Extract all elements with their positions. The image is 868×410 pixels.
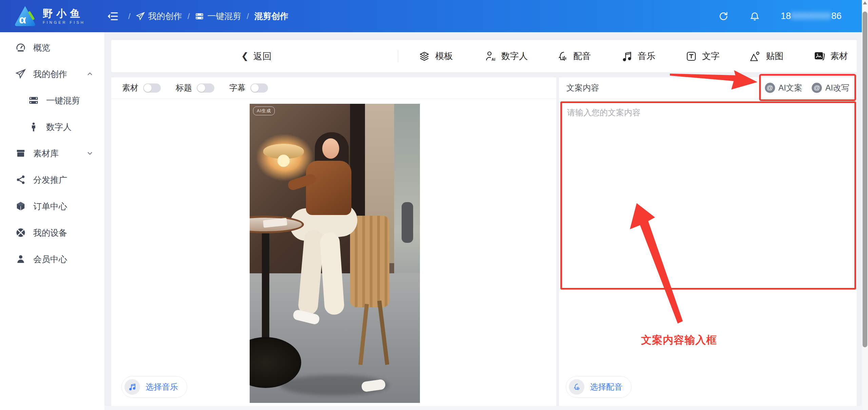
preview-panel: 素材 标题 字幕 [111, 77, 556, 406]
bottom-edge [104, 406, 862, 410]
tool-dubbing[interactable]: 配音 [556, 40, 591, 72]
menu-fold-icon[interactable] [108, 11, 119, 22]
video-preview: AI生成 [250, 104, 420, 403]
device-icon [16, 228, 26, 238]
vertical-scrollbar[interactable] [862, 0, 868, 410]
sidebar-item-my-devices[interactable]: 我的设备 [0, 219, 104, 246]
gauge-icon [16, 42, 26, 53]
tool-material[interactable]: 素材 [813, 40, 848, 72]
breadcrumb-separator: / [247, 12, 249, 21]
annotation-label: 文案内容输入框 [641, 333, 717, 347]
breadcrumb-my-creations[interactable]: 我的创作 [136, 11, 182, 22]
divider [271, 50, 272, 62]
select-music-button[interactable]: 选择音乐 [121, 376, 187, 398]
sidebar-item-member-center[interactable]: 会员中心 [0, 246, 104, 272]
film-icon [195, 12, 204, 21]
chevron-up-icon [87, 71, 93, 77]
preview-art [402, 202, 413, 243]
sidebar-item-overview[interactable]: 概览 [0, 34, 104, 61]
notification-bell-icon[interactable] [750, 11, 760, 21]
app-header: α 野小鱼 FINGER FISH / 我的创作 / 一键混剪 / 混剪创作 1… [0, 0, 862, 32]
digital-human-icon: AI [484, 50, 497, 62]
ai-robot-icon: @ [812, 83, 822, 93]
sidebar: 概览 我的创作 一键混剪 数字人 素材库 分发推广 订单中心 我的设备 会员中心 [0, 32, 105, 410]
sidebar-item-distribution[interactable]: 分发推广 [0, 167, 104, 193]
tool-digital-human[interactable]: AI 数字人 [484, 40, 528, 72]
member-icon [16, 254, 26, 264]
text-icon [685, 50, 697, 62]
chevron-left-icon: ❮ [241, 51, 249, 61]
tool-music[interactable]: 音乐 [621, 40, 655, 72]
breadcrumb-one-click-mix[interactable]: 一键混剪 [195, 11, 241, 22]
voice-icon [569, 379, 584, 395]
person-icon [28, 122, 39, 132]
title-switch[interactable] [197, 83, 214, 93]
logo-subtitle: FINGER FISH [43, 20, 85, 24]
tool-text[interactable]: 文字 [685, 40, 720, 72]
sidebar-item-order-center[interactable]: 订单中心 [0, 193, 104, 219]
dubbing-icon [556, 50, 568, 62]
ai-robot-icon: @ [765, 83, 775, 93]
music-icon [621, 50, 633, 62]
material-icon [813, 50, 826, 62]
breadcrumb-mix-creation: 混剪创作 [254, 11, 288, 22]
select-voice-button[interactable]: 选择配音 [566, 376, 632, 398]
tool-sticker[interactable]: 贴图 [749, 40, 784, 72]
breadcrumb-separator: / [128, 12, 131, 21]
ai-rewrite-button[interactable]: @ AI改写 [812, 82, 849, 93]
copywriting-panel: 文案内容 @ AI文案 @ AI改写 选择配音 [559, 77, 857, 406]
copywriting-title: 文案内容 [559, 82, 599, 93]
chevron-down-icon [87, 150, 93, 156]
paper-plane-icon [136, 12, 145, 21]
preview-art [394, 104, 420, 287]
sidebar-item-digital-human[interactable]: 数字人 [0, 114, 104, 140]
preview-art [306, 161, 351, 215]
logo-title: 野小鱼 [43, 8, 85, 19]
account-phone-number[interactable]: 18888888886 [781, 11, 842, 21]
copywriting-header: 文案内容 @ AI文案 @ AI改写 [559, 77, 857, 99]
svg-text:α: α [19, 13, 26, 26]
subtitle-switch[interactable] [250, 83, 268, 93]
material-switch[interactable] [143, 83, 161, 93]
divider [398, 50, 398, 62]
scrollbar-up-arrow-icon[interactable] [863, 1, 867, 4]
sidebar-item-my-creations[interactable]: 我的创作 [0, 61, 104, 87]
paper-plane-icon [16, 69, 26, 79]
back-button[interactable]: ❮ 返回 [241, 40, 272, 72]
share-icon [16, 175, 26, 185]
masked-digits: 8888888 [791, 11, 831, 21]
archive-icon [16, 148, 26, 158]
logo-icon: α [14, 5, 37, 27]
preview-art [262, 233, 269, 345]
film-icon [28, 95, 39, 105]
toggle-title: 标题 [176, 82, 214, 93]
preview-art [322, 138, 339, 159]
scrollbar-thumb[interactable] [863, 12, 867, 347]
app-logo[interactable]: α 野小鱼 FINGER FISH [14, 5, 98, 27]
copywriting-textarea[interactable] [560, 102, 850, 286]
cube-icon [16, 201, 26, 211]
ai-generated-watermark: AI生成 [253, 106, 275, 115]
divider [559, 288, 857, 289]
music-note-icon [124, 379, 140, 395]
refresh-icon[interactable] [718, 11, 729, 21]
preview-art [350, 216, 389, 307]
editor-toolbar: ❮ 返回 模板 AI 数字人 配音 音乐 文字 贴图 素材 [111, 40, 857, 72]
breadcrumb: / 我的创作 / 一键混剪 / 混剪创作 [128, 11, 288, 22]
template-icon [418, 50, 430, 62]
ai-copywriting-button[interactable]: @ AI文案 [765, 82, 803, 93]
tool-template[interactable]: 模板 [418, 40, 453, 72]
preview-toggles-row: 素材 标题 字幕 [111, 77, 556, 99]
sticker-icon [749, 50, 761, 62]
sidebar-item-one-click-mix[interactable]: 一键混剪 [0, 87, 104, 114]
sidebar-item-material-library[interactable]: 素材库 [0, 140, 104, 167]
breadcrumb-separator: / [188, 12, 190, 21]
toggle-subtitle: 字幕 [229, 82, 268, 93]
svg-text:AI: AI [491, 57, 495, 61]
preview-art [277, 155, 290, 167]
toggle-material: 素材 [122, 82, 161, 93]
